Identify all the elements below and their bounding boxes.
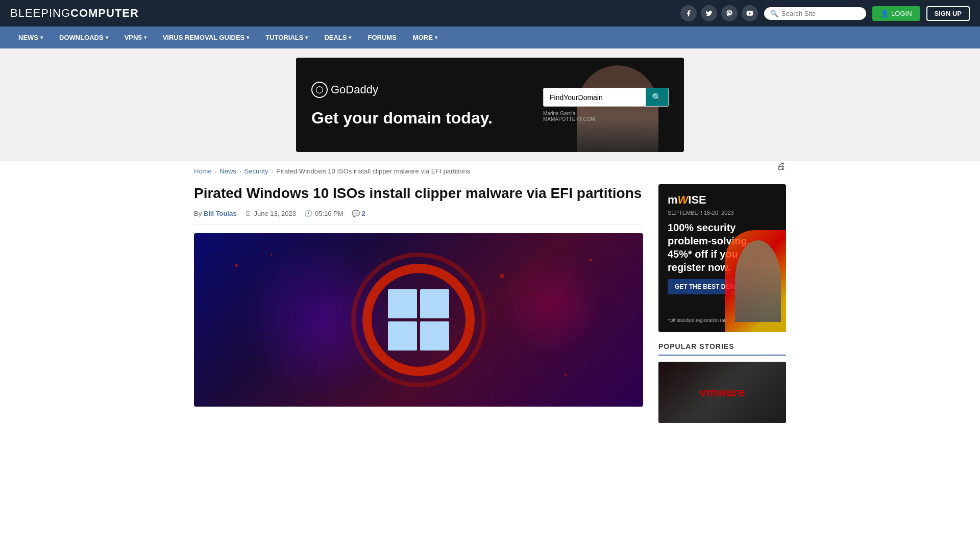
sidebar-ad: mWISE SEPTEMBER 18-20, 2023 100% securit… <box>658 184 786 332</box>
ad-headline: Get your domain today. <box>311 108 493 128</box>
vmware-logo-text: vmware <box>699 385 745 399</box>
article-title: Pirated Windows 10 ISOs install clipper … <box>194 184 643 203</box>
breadcrumb-row: Home › News › Security › Pirated Windows… <box>194 161 786 179</box>
nav-tutorials[interactable]: TUTORIALS ▾ <box>257 27 316 48</box>
ad-domain-field[interactable] <box>544 89 646 106</box>
logo-part1: BLEEPING <box>10 7 70 19</box>
breadcrumb-home[interactable]: Home <box>194 167 212 175</box>
article-comments[interactable]: 💬 2 <box>352 210 365 217</box>
nav-tutorials-arrow: ▾ <box>305 35 308 40</box>
print-button[interactable]: 🖨 <box>777 161 786 172</box>
user-icon: 👤 <box>880 10 889 17</box>
article-author: By Bill Toulas <box>194 210 237 217</box>
twitter-icon[interactable] <box>701 5 717 21</box>
breadcrumb-news[interactable]: News <box>219 167 236 175</box>
ad-right-section: 🔍 Marina García MAMAPOTTERY.COM <box>543 88 669 122</box>
godaddy-logo: ⬡ GoDaddy <box>311 82 493 98</box>
signup-button[interactable]: SIGN UP <box>926 6 970 21</box>
site-logo[interactable]: BLEEPINGCOMPUTER <box>10 7 139 20</box>
comment-icon: 💬 <box>352 210 360 217</box>
search-icon: 🔍 <box>770 10 778 17</box>
particle1 <box>235 264 238 267</box>
social-icons <box>680 5 758 21</box>
sidebar-ad-person <box>735 240 781 322</box>
glow-red <box>500 254 602 356</box>
header-right: 🔍 👤 LOGIN SIGN UP <box>680 5 970 21</box>
nav-news[interactable]: NEWS ▾ <box>10 27 51 48</box>
content-wrapper: Home › News › Security › Pirated Windows… <box>184 161 796 423</box>
breadcrumb-sep3: › <box>272 168 274 174</box>
particle5 <box>565 374 567 376</box>
popular-story-image[interactable]: vmware <box>658 362 786 423</box>
article-sidebar: mWISE SEPTEMBER 18-20, 2023 100% securit… <box>658 184 786 423</box>
nav-virus-arrow: ▾ <box>247 35 249 40</box>
vmware-logo: vmware <box>699 385 745 399</box>
youtube-icon[interactable] <box>742 5 758 21</box>
nav-downloads-arrow: ▾ <box>106 35 108 40</box>
article-meta: By Bill Toulas 🗓 June 13, 2023 🕐 05:16 P… <box>194 210 643 225</box>
nav-more-arrow: ▾ <box>435 35 437 40</box>
facebook-icon[interactable] <box>680 5 697 21</box>
godaddy-logo-icon: ⬡ <box>311 82 328 98</box>
breadcrumb-sep1: › <box>215 168 217 174</box>
popular-stories-title: POPULAR STORIES <box>658 342 786 356</box>
nav-news-arrow: ▾ <box>40 35 43 40</box>
breadcrumb-current: Pirated Windows 10 ISOs install clipper … <box>276 167 470 175</box>
article-hero-image <box>194 233 643 407</box>
article-container: Pirated Windows 10 ISOs install clipper … <box>194 184 786 423</box>
search-input[interactable] <box>781 10 860 17</box>
breadcrumb-sep2: › <box>239 168 241 174</box>
author-link[interactable]: Bill Toulas <box>204 210 237 217</box>
ad-caption: Marina García MAMAPOTTERY.COM <box>543 111 669 122</box>
nav-forums[interactable]: FORUMS <box>359 27 404 48</box>
article-time: 🕐 05:16 PM <box>304 210 344 217</box>
calendar-icon: 🗓 <box>245 210 252 217</box>
site-header: BLEEPINGCOMPUTER 🔍 👤 LOGIN SIGN UP <box>0 0 980 27</box>
nav-deals-arrow: ▾ <box>349 35 351 40</box>
nav-deals[interactable]: DEALS ▾ <box>316 27 359 48</box>
breadcrumb: Home › News › Security › Pirated Windows… <box>194 161 470 179</box>
search-bar: 🔍 <box>764 7 866 20</box>
sidebar-ad-date: SEPTEMBER 18-20, 2023 <box>668 210 777 216</box>
popular-stories: POPULAR STORIES vmware <box>658 342 786 423</box>
login-button[interactable]: 👤 LOGIN <box>872 6 920 21</box>
breadcrumb-security[interactable]: Security <box>244 167 268 175</box>
nav-vpn-arrow: ▾ <box>144 35 146 40</box>
nav-more[interactable]: MORE ▾ <box>405 27 446 48</box>
ad-search-button[interactable]: 🔍 <box>646 88 668 106</box>
main-nav: NEWS ▾ DOWNLOADS ▾ VPN5 ▾ VIRUS REMOVAL … <box>0 27 980 48</box>
sidebar-ad-logo: mWISE <box>668 193 777 207</box>
ad-domain-input: 🔍 <box>543 88 669 107</box>
mastodon-icon[interactable] <box>721 5 738 21</box>
nav-virus-removal[interactable]: VIRUS REMOVAL GUIDES ▾ <box>155 27 258 48</box>
nav-vpn[interactable]: VPN5 ▾ <box>116 27 155 48</box>
nav-downloads[interactable]: DOWNLOADS ▾ <box>51 27 116 48</box>
windows-logo-container <box>388 289 449 350</box>
logo-part2: COMPUTER <box>70 7 139 19</box>
article-main: Pirated Windows 10 ISOs install clipper … <box>194 184 643 423</box>
ad-banner: ⬡ GoDaddy Get your domain today. 🔍 Marin… <box>296 58 684 152</box>
article-date: 🗓 June 13, 2023 <box>245 210 296 217</box>
godaddy-brand-text: GoDaddy <box>331 83 378 96</box>
clock-icon: 🕐 <box>304 210 312 217</box>
